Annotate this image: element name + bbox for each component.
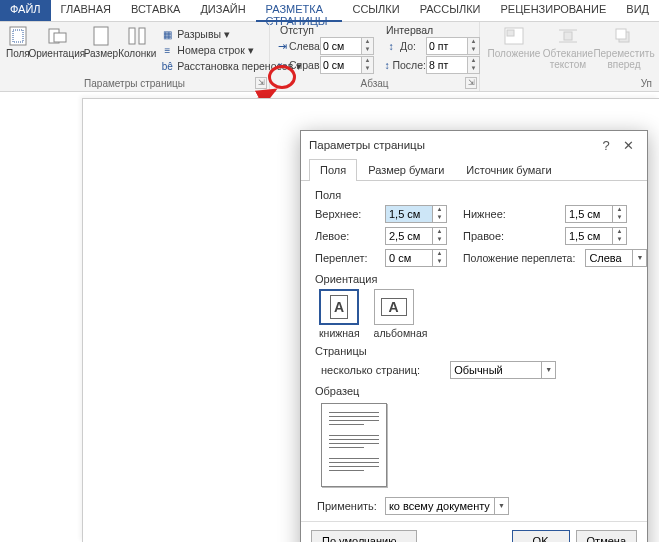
page-setup-dialog: Параметры страницы ? ✕ Поля Размер бумаг… xyxy=(300,130,648,542)
dialog-close-button[interactable]: ✕ xyxy=(617,138,639,153)
size-button[interactable]: Размер xyxy=(84,24,118,59)
margin-left-input[interactable]: ▲▼ xyxy=(385,227,453,245)
preview-thumbnail xyxy=(321,403,387,487)
landscape-icon xyxy=(381,298,407,316)
dialog-help-button[interactable]: ? xyxy=(595,138,617,153)
margin-bottom-input[interactable]: ▲▼ xyxy=(565,205,633,223)
paragraph-launcher[interactable]: ⇲ xyxy=(465,77,477,89)
group-page-setup: Поля Ориентация Размер Колонки ▦Разрывы … xyxy=(0,22,270,91)
svg-rect-9 xyxy=(564,32,572,40)
columns-button[interactable]: Колонки xyxy=(118,24,156,59)
default-button[interactable]: По умолчанию... xyxy=(311,530,417,542)
breaks-icon: ▦ xyxy=(160,27,174,41)
indent-left-icon: ⇥ xyxy=(278,40,287,52)
gutter-position-select[interactable]: ▼ xyxy=(585,249,653,267)
spacing-after-spin[interactable]: ▲▼ xyxy=(426,56,480,74)
tab-design[interactable]: ДИЗАЙН xyxy=(190,0,255,21)
margin-right-input[interactable]: ▲▼ xyxy=(565,227,633,245)
cancel-button[interactable]: Отмена xyxy=(576,530,637,542)
tab-mailings[interactable]: РАССЫЛКИ xyxy=(410,0,491,21)
bring-forward-button[interactable]: Переместить вперед xyxy=(594,24,654,70)
dialog-tab-margins[interactable]: Поля xyxy=(309,159,357,181)
orientation-landscape[interactable]: альбомная xyxy=(374,289,428,339)
multiple-pages-select[interactable]: ▼ xyxy=(450,361,556,379)
ribbon-tabs: ФАЙЛ ГЛАВНАЯ ВСТАВКА ДИЗАЙН РАЗМЕТКА СТР… xyxy=(0,0,659,22)
group-paragraph: Отступ ⇥Слева: ▲▼ ⇤Справа: ▲▼ Интервал ↕… xyxy=(270,22,480,91)
columns-icon xyxy=(127,26,147,46)
apply-to-select[interactable]: ▼ xyxy=(385,497,509,515)
indent-right-icon: ⇤ xyxy=(278,59,287,71)
tab-file[interactable]: ФАЙЛ xyxy=(0,0,51,21)
tab-home[interactable]: ГЛАВНАЯ xyxy=(51,0,121,21)
gutter-input[interactable]: ▲▼ xyxy=(385,249,453,267)
tab-review[interactable]: РЕЦЕНЗИРОВАНИЕ xyxy=(491,0,617,21)
indent-right-spin[interactable]: ▲▼ xyxy=(320,56,374,74)
bring-forward-icon xyxy=(614,26,634,46)
dialog-tab-paper[interactable]: Размер бумаги xyxy=(357,159,455,180)
position-button[interactable]: Положение xyxy=(486,24,542,59)
tab-references[interactable]: ССЫЛКИ xyxy=(342,0,409,21)
dialog-title: Параметры страницы xyxy=(309,139,595,151)
svg-rect-8 xyxy=(507,30,514,36)
margins-button[interactable]: Поля xyxy=(6,24,30,59)
svg-rect-6 xyxy=(139,28,145,44)
dialog-tab-source[interactable]: Источник бумаги xyxy=(455,159,562,180)
position-icon xyxy=(504,26,524,46)
group-paragraph-label: Абзац xyxy=(276,78,473,91)
tab-insert[interactable]: ВСТАВКА xyxy=(121,0,190,21)
orientation-button[interactable]: Ориентация xyxy=(30,24,84,59)
svg-rect-4 xyxy=(94,27,108,45)
group-page-setup-label: Параметры страницы xyxy=(6,78,263,91)
svg-rect-5 xyxy=(129,28,135,44)
ok-button[interactable]: OK xyxy=(512,530,570,542)
svg-rect-3 xyxy=(54,33,66,42)
indent-left-spin[interactable]: ▲▼ xyxy=(320,37,374,55)
size-icon xyxy=(91,26,111,46)
margins-icon xyxy=(8,26,28,46)
margin-top-input[interactable]: ▲▼ xyxy=(385,205,453,223)
spacing-after-icon: ↕ xyxy=(384,59,390,71)
portrait-icon xyxy=(330,295,348,319)
orientation-icon xyxy=(47,26,67,46)
tab-page-layout[interactable]: РАЗМЕТКА СТРАНИЦЫ xyxy=(256,0,343,22)
group-arrange: Положение Обтекание текстом Переместить … xyxy=(480,22,659,91)
wrap-text-icon xyxy=(558,26,578,46)
tab-view[interactable]: ВИД xyxy=(616,0,659,21)
line-numbers-icon: ≡ xyxy=(160,43,174,57)
wrap-text-button[interactable]: Обтекание текстом xyxy=(542,24,594,70)
spacing-before-spin[interactable]: ▲▼ xyxy=(426,37,480,55)
spacing-before-icon: ↕ xyxy=(384,40,398,52)
hyphenation-icon: bê xyxy=(160,59,174,73)
svg-rect-13 xyxy=(616,29,626,39)
orientation-portrait[interactable]: книжная xyxy=(319,289,360,339)
page-setup-launcher[interactable]: ⇲ xyxy=(255,77,267,89)
ribbon: Поля Ориентация Размер Колонки ▦Разрывы … xyxy=(0,22,659,92)
